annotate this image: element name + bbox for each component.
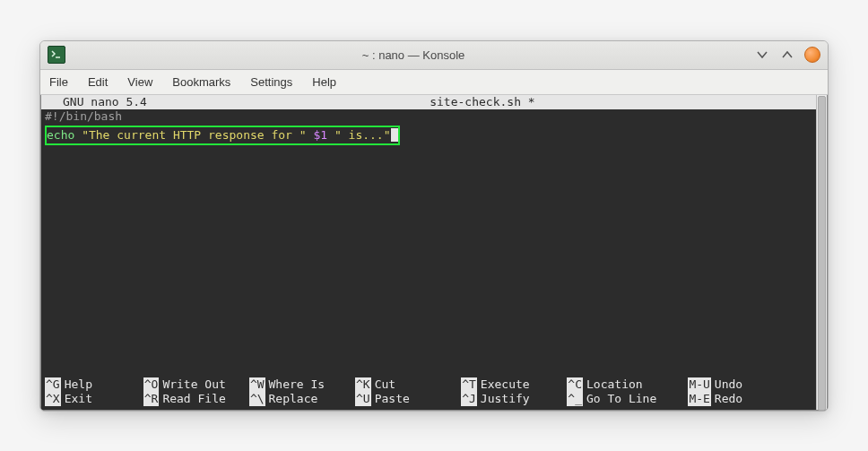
nano-app-name: GNU nano 5.4 xyxy=(45,95,306,109)
shortcut-replace: ^\Replace xyxy=(249,392,355,406)
echo-keyword: echo xyxy=(47,128,82,142)
shortcut-justify: ^JJustify xyxy=(461,392,567,406)
shortcut-execute: ^TExecute xyxy=(461,377,567,392)
shortcut-location: ^CLocation xyxy=(567,377,688,392)
nano-filename: site-check.sh * xyxy=(306,95,659,109)
nano-status xyxy=(659,95,812,109)
shell-variable: $1 xyxy=(307,128,334,142)
menu-bookmarks[interactable]: Bookmarks xyxy=(172,75,230,89)
menu-file[interactable]: File xyxy=(49,75,68,89)
shortcut-writeout: ^OWrite Out xyxy=(143,377,249,392)
window-controls xyxy=(754,47,820,63)
shortcut-row-2: ^XExit ^RRead File ^\Replace ^UPaste ^JJ… xyxy=(45,392,802,406)
scrollbar-thumb[interactable] xyxy=(818,96,826,411)
shortcut-help: ^GHelp xyxy=(45,377,143,392)
terminal-area[interactable]: GNU nano 5.4 site-check.sh * #!/bin/bash… xyxy=(40,95,828,411)
shortcut-cut: ^KCut xyxy=(355,377,461,392)
shortcut-redo: M-ERedo xyxy=(688,392,802,406)
editor-line-1: #!/bin/bash xyxy=(41,109,816,124)
shortcut-paste: ^UPaste xyxy=(355,392,461,406)
highlight-annotation: echo "The current HTTP response for " $1… xyxy=(45,126,400,145)
maximize-button[interactable] xyxy=(779,47,795,63)
string-literal-1: "The current HTTP response for " xyxy=(82,128,306,142)
menu-view[interactable]: View xyxy=(127,75,152,89)
menubar: File Edit View Bookmarks Settings Help xyxy=(40,70,828,95)
nano-title-bar: GNU nano 5.4 site-check.sh * xyxy=(41,95,816,109)
titlebar[interactable]: ~ : nano — Konsole xyxy=(40,41,828,70)
string-literal-2: " is..." xyxy=(334,128,391,142)
menu-settings[interactable]: Settings xyxy=(250,75,292,89)
shortcut-row-1: ^GHelp ^OWrite Out ^WWhere Is ^KCut ^TEx… xyxy=(45,377,802,392)
shortcut-gotoline: ^_Go To Line xyxy=(567,392,688,406)
shortcut-undo: M-UUndo xyxy=(688,377,802,392)
shortcut-exit: ^XExit xyxy=(45,392,143,406)
konsole-icon xyxy=(48,46,65,64)
konsole-window: ~ : nano — Konsole File Edit View Bookma… xyxy=(39,40,829,412)
vertical-scrollbar[interactable] xyxy=(816,95,827,410)
close-button[interactable] xyxy=(804,47,820,63)
editor-line-2: echo "The current HTTP response for " $1… xyxy=(47,128,398,142)
text-cursor xyxy=(391,128,398,142)
minimize-button[interactable] xyxy=(754,47,770,63)
window-title: ~ : nano — Konsole xyxy=(73,48,754,62)
shortcut-whereis: ^WWhere Is xyxy=(249,377,355,392)
menu-help[interactable]: Help xyxy=(312,75,336,89)
shortcut-readfile: ^RRead File xyxy=(143,392,249,406)
nano-shortcut-bar: ^GHelp ^OWrite Out ^WWhere Is ^KCut ^TEx… xyxy=(45,377,802,406)
menu-edit[interactable]: Edit xyxy=(88,75,108,89)
